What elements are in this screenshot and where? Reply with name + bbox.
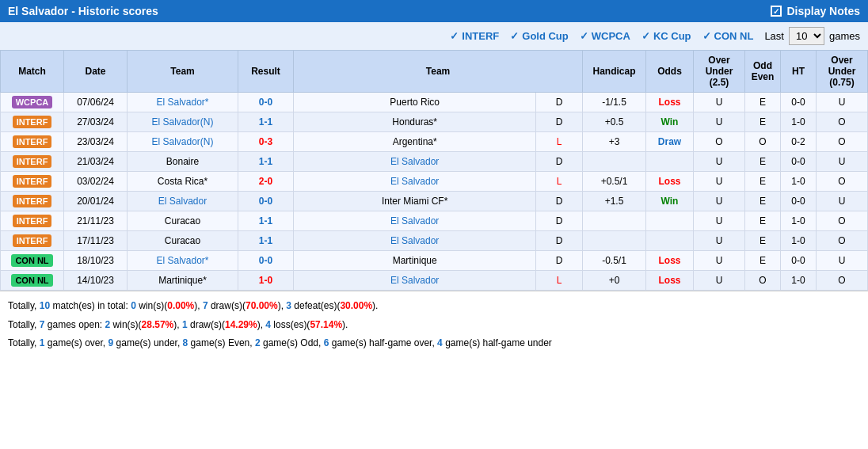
over-under2-cell: O (817, 271, 868, 291)
open-draws: 1 (182, 319, 188, 330)
over-under-cell: U (694, 172, 745, 192)
table-row: WCPCA 07/06/24 El Salvador* 0-0 Puerto R… (1, 93, 868, 112)
over-under2-cell: U (817, 152, 868, 172)
team2-cell: El Salvador (294, 271, 536, 291)
odd-even-cell: E (745, 172, 781, 192)
gold-cup-label: Gold Cup (522, 30, 569, 42)
filter-kc-cup[interactable]: ✓ KC Cup (641, 30, 691, 42)
filter-wcpca[interactable]: ✓ WCPCA (580, 30, 630, 42)
over-under-cell: U (694, 93, 745, 112)
team1-cell: El Salvador(N) (128, 132, 238, 152)
letter-cell: D (536, 93, 583, 112)
letter-cell: L (536, 271, 583, 291)
ht-cell: 1-0 (781, 231, 817, 251)
col-odds: Odds (646, 51, 694, 93)
main-container: El Salvador - Historic scores ✓ Display … (0, 0, 868, 360)
con-nl-label: CON NL (714, 30, 754, 42)
letter-cell: L (536, 172, 583, 192)
result-cell: 1-0 (238, 271, 294, 291)
odds-cell: Win (646, 192, 694, 211)
team2-cell: El Salvador (294, 211, 536, 231)
last-games-filter: Last 10 5 15 20 25 30 games (764, 27, 860, 45)
filter-bar: ✓ INTERF ✓ Gold Cup ✓ WCPCA ✓ KC Cup ✓ C… (0, 22, 868, 50)
col-ht: HT (781, 51, 817, 93)
match-badge: INTERF (13, 135, 52, 148)
open-wins: 2 (105, 319, 111, 330)
summary-line1: Totally, 10 match(es) in total: 0 win(s)… (8, 298, 860, 315)
wcpca-check-icon: ✓ (580, 30, 588, 42)
table-header-row: Match Date Team Result Team Handicap Odd… (1, 51, 868, 93)
match-badge: INTERF (13, 155, 52, 168)
over-under-cell: U (694, 211, 745, 231)
odd-even-cell: E (745, 211, 781, 231)
result-cell: 1-1 (238, 211, 294, 231)
match-badge-cell: INTERF (1, 152, 64, 172)
match-badge-cell: INTERF (1, 172, 64, 192)
team2-cell: El Salvador (294, 231, 536, 251)
filter-interf[interactable]: ✓ INTERF (450, 30, 499, 42)
match-badge: INTERF (13, 175, 52, 188)
table-row: CON NL 14/10/23 Martinique* 1-0 El Salva… (1, 271, 868, 291)
match-badge: INTERF (13, 116, 52, 128)
col-match: Match (1, 51, 64, 93)
result-cell: 1-1 (238, 152, 294, 172)
filter-con-nl[interactable]: ✓ CON NL (702, 30, 754, 42)
date-cell: 21/11/23 (64, 211, 128, 231)
display-notes-label: Display Notes (786, 5, 860, 17)
ht-cell: 0-0 (781, 93, 817, 112)
odds-cell: Loss (646, 93, 694, 112)
table-row: INTERF 17/11/23 Curacao 1-1 El Salvador … (1, 231, 868, 251)
result-cell: 0-0 (238, 251, 294, 271)
over-under2-cell: O (817, 172, 868, 192)
odds-cell: Loss (646, 271, 694, 291)
result-cell: 2-0 (238, 172, 294, 192)
result-cell: 0-0 (238, 93, 294, 112)
table-row: INTERF 23/03/24 El Salvador(N) 0-3 Argen… (1, 132, 868, 152)
wins-pct: 0.00% (167, 300, 194, 311)
col-over-under2: Over Under (0.75) (817, 51, 868, 93)
col-odd-even: Odd Even (745, 51, 781, 93)
games-half-over: 6 (324, 337, 329, 348)
games-select[interactable]: 10 5 15 20 25 30 (789, 27, 824, 45)
open-draws-pct: 14.29% (225, 319, 257, 330)
interf-label: INTERF (462, 30, 499, 42)
date-cell: 20/01/24 (64, 192, 128, 211)
letter-cell: D (536, 112, 583, 132)
ht-cell: 1-0 (781, 211, 817, 231)
ht-cell: 1-0 (781, 172, 817, 192)
games-half-under: 4 (437, 337, 443, 348)
display-notes-check[interactable]: ✓ (771, 6, 782, 17)
letter-cell: D (536, 231, 583, 251)
match-badge: INTERF (13, 215, 52, 227)
result-cell: 0-3 (238, 132, 294, 152)
match-badge: CON NL (11, 254, 52, 267)
handicap-cell: +0.5/1 (583, 172, 646, 192)
handicap-cell (583, 152, 646, 172)
letter-cell: D (536, 192, 583, 211)
odds-cell (646, 152, 694, 172)
match-badge-cell: INTERF (1, 112, 64, 132)
match-badge-cell: INTERF (1, 132, 64, 152)
ht-cell: 1-0 (781, 271, 817, 291)
odds-cell: Loss (646, 172, 694, 192)
result-cell: 0-0 (238, 192, 294, 211)
odd-even-cell: E (745, 152, 781, 172)
table-row: INTERF 21/03/24 Bonaire 1-1 El Salvador … (1, 152, 868, 172)
odd-even-cell: E (745, 112, 781, 132)
games-label: games (829, 30, 860, 42)
date-cell: 14/10/23 (64, 271, 128, 291)
date-cell: 07/06/24 (64, 93, 128, 112)
kc-cup-check-icon: ✓ (641, 30, 650, 42)
over-under-cell: U (694, 192, 745, 211)
handicap-cell (583, 231, 646, 251)
team1-cell: Bonaire (128, 152, 238, 172)
letter-cell: D (536, 152, 583, 172)
match-badge-cell: INTERF (1, 211, 64, 231)
match-badge: CON NL (11, 274, 52, 287)
header-right: ✓ Display Notes (771, 5, 860, 17)
odd-even-cell: E (745, 251, 781, 271)
filter-gold-cup[interactable]: ✓ Gold Cup (510, 30, 569, 42)
odd-even-cell: E (745, 192, 781, 211)
odds-cell (646, 231, 694, 251)
total-matches: 10 (40, 300, 50, 311)
